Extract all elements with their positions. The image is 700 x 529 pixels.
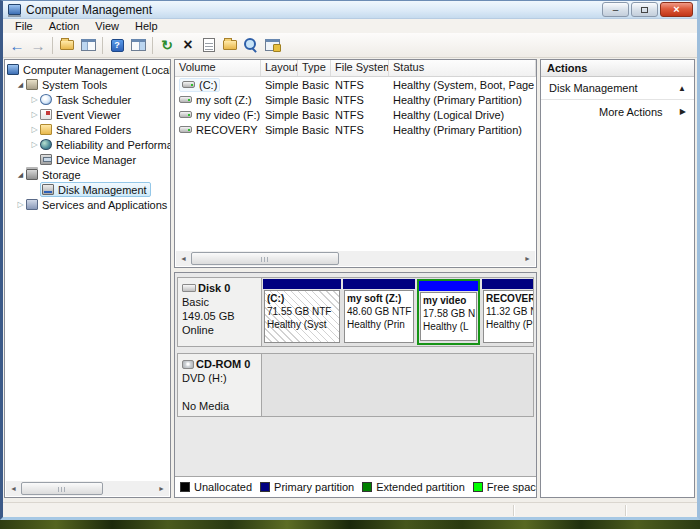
legend-label: Free space <box>487 481 536 493</box>
actions-pane: Actions Disk Management ▲ More Actions ▶ <box>540 59 695 498</box>
collapsed-arrow-icon[interactable]: ▷ <box>29 137 40 152</box>
delete-button[interactable]: × <box>178 35 198 55</box>
volume-row-z[interactable]: my soft (Z:) Simple Basic NTFS Healthy (… <box>175 92 536 107</box>
properties-button[interactable] <box>199 35 219 55</box>
tree-item-label: Task Scheduler <box>56 94 131 106</box>
volume-list-panel: Volume Layout Type File System Status (C… <box>174 59 537 268</box>
scroll-right-arrow[interactable]: ► <box>154 481 169 496</box>
collapse-section-icon[interactable]: ▲ <box>678 84 686 93</box>
back-icon: ← <box>10 37 25 54</box>
properties-icon <box>203 38 215 52</box>
help-topics-button[interactable] <box>262 35 282 55</box>
tree-item-disk-management[interactable]: Disk Management <box>5 182 170 197</box>
collapsed-arrow-icon[interactable]: ▷ <box>29 122 40 137</box>
scrollbar-track[interactable] <box>21 482 154 495</box>
scroll-left-arrow[interactable]: ◄ <box>6 481 21 496</box>
actions-section-label: Disk Management <box>549 82 638 94</box>
tree-item-label: Reliability and Performa <box>56 139 170 151</box>
forward-button[interactable]: → <box>28 35 48 55</box>
scrollbar-track[interactable] <box>191 252 520 265</box>
volume-row-e[interactable]: RECOVERY (E:) Simple Basic NTFS Healthy … <box>175 122 536 137</box>
event-viewer-icon <box>40 109 52 120</box>
tree-item-task-scheduler[interactable]: ▷ Task Scheduler <box>5 92 170 107</box>
partition-e[interactable]: RECOVERY 11.32 GB NT Healthy (Pri <box>482 279 533 345</box>
tree-item-device-manager[interactable]: Device Manager <box>5 152 170 167</box>
back-button[interactable]: ← <box>7 35 27 55</box>
volume-list-horizontal-scrollbar[interactable]: ◄ ► <box>176 251 535 266</box>
help-button[interactable]: ? <box>107 35 127 55</box>
computer-management-window: Computer Management – × File Action View… <box>0 0 700 520</box>
collapsed-arrow-icon[interactable]: ▷ <box>15 197 26 212</box>
volume-name: my soft (Z:) <box>196 94 252 106</box>
partition-c[interactable]: (C:) 71.55 GB NTF Healthy (Syst <box>263 279 341 345</box>
close-button[interactable]: × <box>660 2 693 17</box>
legend-primary-partition: Primary partition <box>260 481 354 493</box>
volume-row-f[interactable]: my video (F:) Simple Basic NTFS Healthy … <box>175 107 536 122</box>
tree-item-system-tools[interactable]: ◢ System Tools <box>5 77 170 92</box>
cd-rom-icon <box>182 360 194 369</box>
show-console-tree-button[interactable] <box>78 35 98 55</box>
scrollbar-thumb[interactable] <box>191 252 339 265</box>
expanded-arrow-icon[interactable]: ◢ <box>15 167 26 182</box>
scroll-right-arrow[interactable]: ► <box>520 251 535 266</box>
disk-0-label[interactable]: Disk 0 Basic 149.05 GB Online <box>178 278 262 346</box>
collapsed-arrow-icon[interactable]: ▷ <box>29 92 40 107</box>
column-header-volume[interactable]: Volume <box>175 60 261 76</box>
statusbar-separator <box>625 505 626 516</box>
volume-row-c[interactable]: (C:) Simple Basic NTFS Healthy (System, … <box>175 77 536 92</box>
tree-item-label: Shared Folders <box>56 124 131 136</box>
collapsed-arrow-icon[interactable]: ▷ <box>29 107 40 122</box>
free-space-color-swatch <box>473 482 483 492</box>
tree-horizontal-scrollbar[interactable]: ◄ ► <box>6 481 169 496</box>
tree-item-reliability-performance[interactable]: ▷ Reliability and Performa <box>5 137 170 152</box>
scroll-left-arrow[interactable]: ◄ <box>176 251 191 266</box>
refresh-button[interactable]: ↻ <box>157 35 177 55</box>
menu-help[interactable]: Help <box>127 20 166 32</box>
main-content: Computer Management (Local ◢ System Tool… <box>3 58 697 502</box>
tree-item-label: Storage <box>42 169 81 181</box>
menu-view[interactable]: View <box>87 20 127 32</box>
tree-item-event-viewer[interactable]: ▷ Event Viewer <box>5 107 170 122</box>
tree-item-services-applications[interactable]: ▷ Services and Applications <box>5 197 170 212</box>
open-folder-button[interactable] <box>220 35 240 55</box>
actions-disk-management-section[interactable]: Disk Management ▲ <box>541 77 694 100</box>
unallocated-color-swatch <box>180 482 190 492</box>
tree-item-storage[interactable]: ◢ Storage <box>5 167 170 182</box>
minimize-button[interactable]: – <box>602 2 629 17</box>
partition-size: 11.32 GB NT <box>486 305 533 318</box>
submenu-arrow-icon: ▶ <box>680 107 686 116</box>
volume-status: Healthy (System, Boot, Page File <box>389 79 536 91</box>
partition-size: 71.55 GB NTF <box>267 305 337 318</box>
scrollbar-thumb[interactable] <box>21 482 103 495</box>
maximize-button[interactable] <box>631 2 658 17</box>
forward-icon: → <box>31 37 46 54</box>
cdrom-0-label[interactable]: CD-ROM 0 DVD (H:) No Media <box>178 354 262 416</box>
column-header-status[interactable]: Status <box>389 60 536 76</box>
legend-unallocated: Unallocated <box>180 481 252 493</box>
disk-management-pane: Volume Layout Type File System Status (C… <box>174 59 537 498</box>
up-folder-button[interactable] <box>57 35 77 55</box>
disk-0-row: Disk 0 Basic 149.05 GB Online (C:) 71.55… <box>177 277 534 347</box>
partition-f-logical[interactable]: my video 17.58 GB N Healthy (L <box>417 279 480 345</box>
menu-file[interactable]: File <box>7 20 41 32</box>
volume-icon <box>179 126 192 133</box>
show-action-pane-button[interactable] <box>128 35 148 55</box>
column-header-type[interactable]: Type <box>298 60 331 76</box>
volume-filesystem: NTFS <box>331 79 389 91</box>
tree-item-computer-management[interactable]: Computer Management (Local <box>5 62 170 77</box>
expanded-arrow-icon[interactable]: ◢ <box>15 77 26 92</box>
find-button[interactable] <box>241 35 261 55</box>
app-icon <box>8 4 21 15</box>
reliability-icon <box>40 139 52 150</box>
column-header-file-system[interactable]: File System <box>331 60 389 76</box>
tree-item-shared-folders[interactable]: ▷ Shared Folders <box>5 122 170 137</box>
partition-z[interactable]: my soft (Z:) 48.60 GB NTF Healthy (Prin <box>343 279 415 345</box>
titlebar[interactable]: Computer Management – × <box>3 1 697 19</box>
column-header-layout[interactable]: Layout <box>261 60 298 76</box>
menu-action[interactable]: Action <box>41 20 88 32</box>
help-icon: ? <box>111 39 124 52</box>
volume-type: Basic <box>298 79 331 91</box>
help-topics-icon <box>265 39 280 51</box>
toolbar-separator <box>152 37 153 54</box>
more-actions-item[interactable]: More Actions ▶ <box>541 100 694 123</box>
